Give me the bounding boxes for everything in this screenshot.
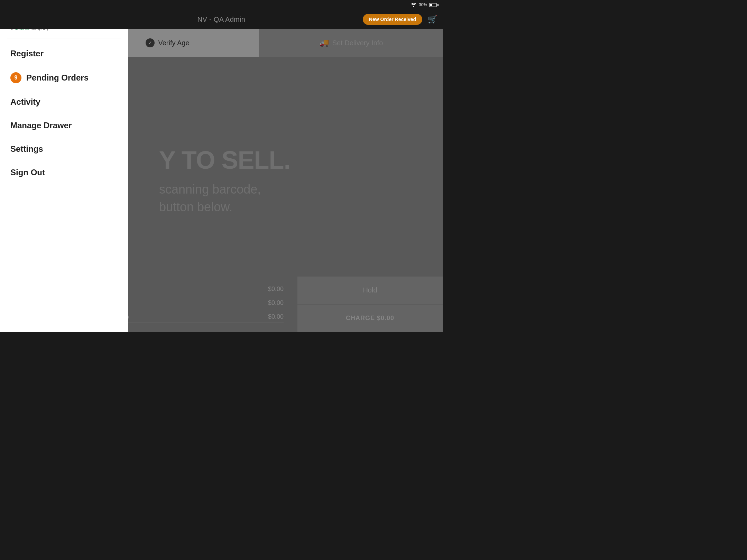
new-order-button[interactable]: New Order Received — [363, 14, 422, 25]
wifi-icon — [411, 2, 417, 8]
register-label: Register — [10, 49, 44, 58]
sidebar-item-activity[interactable]: Activity — [0, 90, 128, 114]
activity-label: Activity — [10, 97, 40, 107]
nav-items: Register 9 Pending Orders Activity Manag… — [0, 38, 128, 332]
manage-drawer-label: Manage Drawer — [10, 121, 72, 130]
header-title: NV - QA Admin — [197, 16, 245, 24]
sidebar-item-pending-orders[interactable]: 9 Pending Orders — [0, 65, 128, 90]
sidebar-item-settings[interactable]: Settings — [0, 137, 128, 161]
pending-orders-badge: 9 — [10, 72, 21, 83]
header: NV - QA Admin New Order Received 🛒 — [0, 10, 443, 29]
cart-icon[interactable]: 🛒 — [428, 15, 437, 24]
sidebar-item-manage-drawer[interactable]: Manage Drawer — [0, 114, 128, 137]
battery-percentage: 30% — [419, 2, 427, 7]
settings-label: Settings — [10, 144, 43, 154]
battery-icon — [429, 3, 439, 7]
sidebar-item-register[interactable]: Register — [0, 42, 128, 65]
sidebar: green bits a dutchie company Register 9 … — [0, 0, 128, 332]
status-bar: 30% — [0, 0, 443, 10]
sign-out-label: Sign Out — [10, 168, 45, 177]
sidebar-item-sign-out[interactable]: Sign Out — [0, 161, 128, 184]
pending-orders-label: Pending Orders — [26, 73, 89, 83]
header-actions: New Order Received 🛒 — [363, 14, 437, 25]
